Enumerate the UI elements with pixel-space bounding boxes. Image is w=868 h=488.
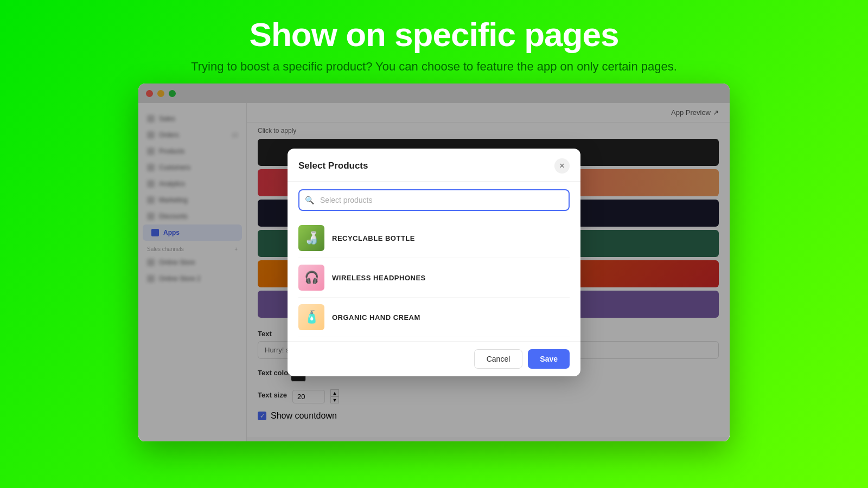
product-item-bottle[interactable]: 🍶 RECYCLABLE BOTTLE — [298, 219, 570, 258]
modal-title: Select Products — [298, 160, 368, 171]
product-list: 🍶 RECYCLABLE BOTTLE 🎧 WIRELESS HEADPHONE… — [288, 219, 580, 341]
product-name-cream: ORGANIC HAND CREAM — [332, 313, 420, 322]
modal-close-button[interactable]: × — [554, 158, 570, 174]
product-thumb-headphones: 🎧 — [298, 265, 324, 291]
browser-window: Sales Orders 13 Products Customers Analy… — [138, 84, 730, 441]
product-search-input[interactable] — [298, 189, 570, 211]
page-subtitle: Trying to boost a specific product? You … — [191, 60, 677, 74]
product-item-headphones[interactable]: 🎧 WIRELESS HEADPHONES — [298, 258, 570, 298]
cancel-button[interactable]: Cancel — [474, 349, 523, 369]
product-item-mate[interactable]: 🫖 ORGANIC MATE 6 PACK — [298, 337, 570, 341]
modal-search: 🔍 — [298, 189, 570, 211]
product-thumb-bottle: 🍶 — [298, 225, 324, 251]
search-icon: 🔍 — [305, 196, 314, 204]
modal-overlay: Select Products × 🔍 🍶 RECYCLABLE BOTTLE … — [138, 84, 730, 441]
save-button[interactable]: Save — [528, 349, 570, 369]
select-products-modal: Select Products × 🔍 🍶 RECYCLABLE BOTTLE … — [288, 149, 580, 376]
modal-header: Select Products × — [288, 149, 580, 182]
page-header: Show on specific pages Trying to boost a… — [191, 16, 677, 74]
page-title: Show on specific pages — [191, 16, 677, 53]
product-name-bottle: RECYCLABLE BOTTLE — [332, 234, 415, 242]
modal-footer: Cancel Save — [288, 341, 580, 376]
product-thumb-cream: 🧴 — [298, 304, 324, 330]
product-item-cream[interactable]: 🧴 ORGANIC HAND CREAM — [298, 298, 570, 337]
product-name-headphones: WIRELESS HEADPHONES — [332, 274, 426, 282]
